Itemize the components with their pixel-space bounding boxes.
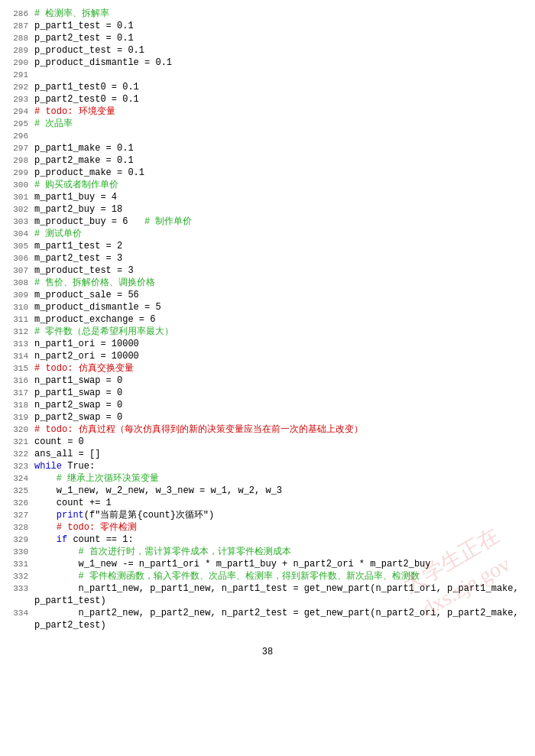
- code-token: # 首次进行时，需计算零件成本，计算零件检测成本: [34, 547, 291, 557]
- line-content: m_product_test = 3: [34, 264, 527, 277]
- line-number: 327: [8, 509, 34, 521]
- code-token: (f"当前是第{count}次循环"): [84, 510, 214, 521]
- code-line: 311m_product_exchange = 6: [8, 313, 527, 326]
- line-content: p_product_dismantle = 0.1: [34, 57, 527, 69]
- code-token: p_part2_test): [34, 620, 106, 631]
- line-content: n_part1_swap = 0: [34, 375, 527, 387]
- code-line: 308# 售价、拆解价格、调换价格: [8, 277, 527, 289]
- line-content: m_product_dismantle = 5: [34, 301, 527, 313]
- line-number: 291: [8, 69, 34, 81]
- line-content: # 零件检测函数，输入零件数、次品率、检测率，得到新零件数、新次品率、检测数: [34, 570, 527, 582]
- line-content: if count == 1:: [34, 534, 527, 546]
- line-content: # 检测率、拆解率: [34, 8, 527, 20]
- code-token: m_part2_buy = 18: [34, 204, 122, 215]
- line-content: p_product_make = 0.1: [34, 167, 527, 179]
- line-content: m_product_exchange = 6: [34, 313, 527, 326]
- code-token: # 售价、拆解价格、调换价格: [34, 277, 155, 288]
- line-content: n_part2_ori = 10000: [34, 350, 527, 362]
- line-number: 307: [8, 264, 34, 277]
- line-number: 303: [8, 216, 34, 228]
- code-line: 293p_part2_test0 = 0.1: [8, 93, 527, 105]
- line-content: # todo: 零件检测: [34, 521, 527, 534]
- line-content: while True:: [34, 460, 527, 472]
- code-token: # 制作单价: [144, 216, 192, 227]
- code-line: 327 print(f"当前是第{count}次循环"): [8, 509, 527, 521]
- code-line: 294# todo: 环境变量: [8, 105, 527, 118]
- line-number: 306: [8, 252, 34, 264]
- line-number: 316: [8, 375, 34, 387]
- line-number: 330: [8, 546, 34, 558]
- code-line: 319p_part2_swap = 0: [8, 411, 527, 423]
- line-number: 329: [8, 534, 34, 546]
- code-token: m_product_sale = 56: [34, 290, 139, 300]
- line-number: 314: [8, 350, 34, 362]
- line-number: 294: [8, 105, 34, 118]
- line-number: 322: [8, 448, 34, 460]
- line-content: # 继承上次循环决策变量: [34, 472, 527, 485]
- code-token: [34, 510, 57, 521]
- line-content: # 零件数（总是希望利用率最大）: [34, 326, 527, 338]
- line-number: 297: [8, 142, 34, 154]
- line-content: m_part2_buy = 18: [34, 203, 527, 216]
- line-number: 301: [8, 191, 34, 203]
- line-number: 295: [8, 118, 34, 130]
- code-token: # todo: 零件检测: [34, 522, 137, 533]
- line-number: 290: [8, 57, 34, 69]
- code-line: 312# 零件数（总是希望利用率最大）: [8, 326, 527, 338]
- code-line: 296: [8, 130, 527, 142]
- line-content: n_part2_swap = 0: [34, 399, 527, 411]
- line-content: # todo: 仿真交换变量: [34, 362, 527, 375]
- code-line: 332 # 零件检测函数，输入零件数、次品率、检测率，得到新零件数、新次品率、检…: [8, 570, 527, 582]
- line-content: # 售价、拆解价格、调换价格: [34, 277, 527, 289]
- code-line: 306m_part2_test = 3: [8, 252, 527, 264]
- code-line: 329 if count == 1:: [8, 534, 527, 546]
- code-line: 323while True:: [8, 460, 527, 472]
- line-content: m_part1_buy = 4: [34, 191, 527, 203]
- line-content: # todo: 仿真过程（每次仿真得到的新的决策变量应当在前一次的基础上改变）: [34, 423, 527, 436]
- line-number: 320: [8, 423, 34, 436]
- code-token: if: [57, 534, 67, 545]
- code-token: count = 0: [34, 436, 84, 447]
- code-token: while: [34, 461, 62, 472]
- line-number: 318: [8, 399, 34, 411]
- code-token: # 检测率、拆解率: [34, 8, 109, 19]
- code-token: p_part1_test): [34, 595, 106, 606]
- code-token: w_1_new -= n_part1_ori * m_part1_buy + n…: [34, 559, 430, 569]
- code-line: 299p_product_make = 0.1: [8, 167, 527, 179]
- code-line: 325 w_1_new, w_2_new, w_3_new = w_1, w_2…: [8, 485, 527, 497]
- code-line: 300# 购买或者制作单价: [8, 179, 527, 191]
- code-line: 309m_product_sale = 56: [8, 289, 527, 301]
- code-line: 316n_part1_swap = 0: [8, 375, 527, 387]
- line-number: 288: [8, 32, 34, 44]
- code-line: 297p_part1_make = 0.1: [8, 142, 527, 154]
- code-token: p_part1_swap = 0: [34, 388, 122, 398]
- code-token: [34, 534, 57, 545]
- code-token: p_part2_test = 0.1: [34, 33, 134, 44]
- line-number: 289: [8, 44, 34, 57]
- code-token: p_product_dismantle = 0.1: [34, 57, 172, 68]
- code-line: 303m_product_buy = 6 # 制作单价: [8, 216, 527, 228]
- code-line: 292p_part1_test0 = 0.1: [8, 81, 527, 93]
- code-line: 318n_part2_swap = 0: [8, 399, 527, 411]
- code-line: 334 n_part2_new, p_part2_new, n_part2_te…: [8, 607, 527, 619]
- line-content: m_part2_test = 3: [34, 252, 527, 264]
- code-token: m_product_exchange = 6: [34, 314, 155, 325]
- line-number: 319: [8, 411, 34, 423]
- page-number: 38: [0, 647, 535, 657]
- code-token: True:: [62, 461, 95, 472]
- line-content: m_product_sale = 56: [34, 289, 527, 301]
- line-content: # todo: 环境变量: [34, 105, 527, 118]
- code-token: p_part2_test0 = 0.1: [34, 94, 139, 105]
- code-area: 286# 检测率、拆解率287p_part1_test = 0.1288p_pa…: [0, 8, 535, 631]
- code-line: 320# todo: 仿真过程（每次仿真得到的新的决策变量应当在前一次的基础上改…: [8, 423, 527, 436]
- line-content: p_part1_test): [34, 595, 527, 607]
- line-content: p_part1_test0 = 0.1: [34, 81, 527, 93]
- line-number: 315: [8, 362, 34, 375]
- code-line: 331 w_1_new -= n_part1_ori * m_part1_buy…: [8, 558, 527, 570]
- code-line: 295# 次品率: [8, 118, 527, 130]
- code-token: ans_all = []: [34, 449, 100, 459]
- line-content: p_part1_make = 0.1: [34, 142, 527, 154]
- code-token: n_part2_swap = 0: [34, 400, 122, 410]
- code-line: 287p_part1_test = 0.1: [8, 20, 527, 32]
- line-content: p_product_test = 0.1: [34, 44, 527, 57]
